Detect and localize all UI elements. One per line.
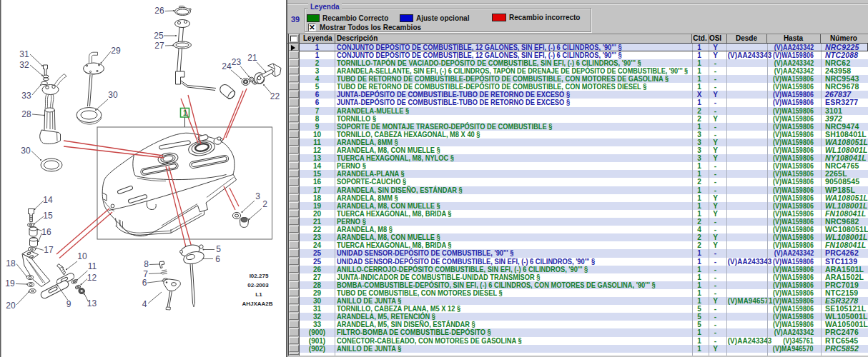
svg-text:5: 5 <box>216 244 221 254</box>
svg-text:4: 4 <box>142 299 147 309</box>
svg-text:8: 8 <box>144 259 149 269</box>
svg-text:30: 30 <box>21 146 31 156</box>
svg-text:I02.275: I02.275 <box>250 273 269 279</box>
svg-text:12: 12 <box>87 273 97 283</box>
svg-text:33: 33 <box>21 91 31 101</box>
svg-text:6: 6 <box>215 254 220 264</box>
svg-text:31: 31 <box>19 49 29 59</box>
svg-text:L1: L1 <box>255 291 262 298</box>
svg-text:27: 27 <box>154 41 164 51</box>
svg-text:11: 11 <box>88 261 97 271</box>
svg-text:2: 2 <box>262 199 267 209</box>
svg-text:19: 19 <box>5 278 15 288</box>
svg-text:21: 21 <box>247 53 257 63</box>
svg-text:22: 22 <box>270 91 280 101</box>
svg-text:24: 24 <box>222 61 232 71</box>
svg-text:23: 23 <box>232 57 242 67</box>
svg-text:13: 13 <box>87 298 97 308</box>
svg-text:17: 17 <box>44 245 54 255</box>
svg-text:29: 29 <box>111 46 121 56</box>
svg-text:25: 25 <box>154 31 164 41</box>
svg-text:AHJXAA2B: AHJXAA2B <box>242 301 272 307</box>
svg-text:3: 3 <box>255 191 260 201</box>
svg-text:32: 32 <box>19 60 29 70</box>
svg-text:02-2003: 02-2003 <box>247 282 269 288</box>
svg-text:6: 6 <box>142 278 147 288</box>
svg-text:28: 28 <box>21 109 31 119</box>
svg-text:14: 14 <box>43 195 53 205</box>
svg-text:10: 10 <box>77 251 87 261</box>
svg-text:15: 15 <box>43 211 53 221</box>
svg-text:20: 20 <box>6 301 16 311</box>
svg-text:9: 9 <box>66 299 71 309</box>
svg-text:18: 18 <box>6 258 16 268</box>
svg-text:26: 26 <box>154 6 164 16</box>
svg-text:1: 1 <box>183 109 187 117</box>
svg-text:30: 30 <box>108 90 118 100</box>
svg-text:16: 16 <box>41 227 51 237</box>
